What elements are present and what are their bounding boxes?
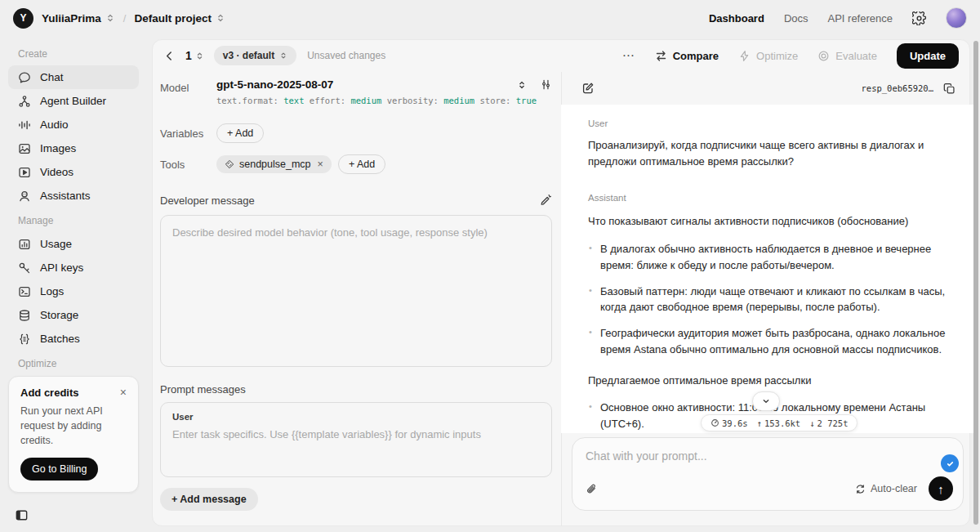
sidebar-item-images[interactable]: Images [8,136,139,160]
back-chevron-icon[interactable] [163,50,176,62]
more-options-icon[interactable]: ⋯ [622,48,635,63]
braces-icon [18,333,31,346]
conversation-panel[interactable]: User Проанализируй, когда подписчики чащ… [561,105,974,433]
response-time: 39.6s [722,418,748,428]
add-tool-button[interactable]: + Add [338,154,385,174]
top-nav-links: Dashboard Docs API reference [709,7,967,29]
optimize-label: Optimize [756,50,798,62]
assistant-heading: Предлагаемое оптимальное время рассылки [588,373,956,389]
preset-label: v3 · default [223,50,274,61]
sidebar-item-label: API keys [40,262,83,274]
refresh-icon [855,484,866,494]
add-message-button[interactable]: + Add message [160,488,258,511]
chat-prompt-input[interactable] [586,449,937,463]
nav-api-reference[interactable]: API reference [828,12,893,25]
approved-check-badge[interactable] [941,454,959,472]
arrow-up-icon: ↑ [757,418,762,428]
sidebar-item-label: Batches [40,333,80,345]
sidebar-item-label: Videos [40,166,74,178]
waveform-icon [18,118,31,132]
developer-message-input[interactable] [160,215,552,367]
sidebar-item-agent-builder[interactable]: Agent Builder [8,89,139,113]
sidebar-item-assistants[interactable]: Assistants [8,184,139,208]
prompt-message-input[interactable] [172,428,540,440]
sidebar-item-logs[interactable]: Logs [8,279,139,303]
arrow-down-icon: ↓ [809,418,814,428]
assistant-face-icon [18,190,31,203]
update-button[interactable]: Update [897,43,959,69]
nav-dashboard[interactable]: Dashboard [709,12,764,25]
compare-button[interactable]: Compare [655,50,719,62]
scrollbar[interactable] [973,41,978,525]
mcp-tool-icon [225,159,234,169]
preset-selector[interactable]: v3 · default [214,46,296,65]
chevron-down-icon [761,396,771,406]
send-button[interactable]: ↑ [929,476,953,501]
collapse-sidebar-icon[interactable] [15,508,29,522]
credits-title: Add credits [20,387,79,399]
sidebar-item-audio[interactable]: Audio [8,113,139,136]
message-role-user: User [588,117,937,131]
chevron-updown-icon[interactable] [216,12,225,24]
add-variable-button[interactable]: + Add [216,123,264,143]
remove-tool-icon[interactable]: × [318,159,323,170]
prompt-message-card: User [160,402,552,477]
developer-message-label: Developer message [160,194,255,207]
sidebar-item-api-keys[interactable]: API keys [8,256,139,279]
model-selector[interactable]: gpt-5-nano-2025-08-07 [216,78,333,91]
sidebar-item-label: Audio [40,118,69,131]
close-icon[interactable]: × [120,387,127,398]
sidebar-item-batches[interactable]: Batches [8,327,139,351]
tool-chip-sendpulse-mcp[interactable]: sendpulse_mcp × [216,155,332,173]
new-chat-compose-icon[interactable] [581,82,595,95]
sidebar-item-label: Chat [40,71,64,83]
optimize-button[interactable]: Optimize [738,50,798,62]
add-credits-card: Add credits × Run your next API request … [8,376,139,493]
check-icon [945,458,956,469]
sidebar-item-storage[interactable]: Storage [8,303,139,327]
user-avatar[interactable] [946,7,967,29]
evaluate-label: Evaluate [835,50,877,62]
sidebar-item-label: Storage [40,309,78,321]
lightning-icon [738,50,751,62]
sidebar-item-chat[interactable]: Chat [8,65,139,89]
sidebar-item-videos[interactable]: Videos [8,160,139,184]
top-header: Y YuliiaPrima / Default project Dashboar… [0,0,980,36]
project-switcher[interactable]: Default project [134,12,212,25]
list-item: Базовый паттерн: люди чаще отвечают и кл… [588,284,951,316]
response-id[interactable]: resp_0eb65920… [861,83,933,93]
chat-input-box: Auto-clear ↑ [572,437,964,511]
org-avatar[interactable]: Y [13,8,33,29]
evaluate-button[interactable]: Evaluate [817,50,877,62]
model-settings-sliders-icon[interactable] [540,78,552,91]
auto-clear-toggle[interactable]: Auto-clear [855,483,917,494]
sidebar-item-label: Agent Builder [40,95,106,107]
tools-label: Tools [160,159,216,171]
prompt-config: Model gpt-5-nano-2025-08-07 text.format:… [160,72,552,511]
agent-nodes-icon [18,95,31,108]
chevron-updown-icon [279,51,287,60]
sidebar-section-create: Create [8,41,139,65]
go-to-billing-button[interactable]: Go to Billing [20,458,98,481]
model-stepper-icon[interactable] [517,79,527,91]
copy-icon[interactable] [943,83,956,95]
org-switcher[interactable]: YuliiaPrima [42,12,101,25]
nav-docs[interactable]: Docs [784,12,808,25]
sidebar-section-manage: Manage [8,208,139,232]
version-stepper-icon[interactable] [195,51,204,61]
message-role-assistant: Assistant [588,191,937,205]
evaluate-dial-icon [817,50,830,62]
auto-clear-label: Auto-clear [871,483,917,494]
playground-app: Y YuliiaPrima / Default project Dashboar… [0,0,980,532]
gear-icon[interactable] [912,11,926,25]
sidebar-item-usage[interactable]: Usage [8,232,139,256]
version-number: 1 [185,49,192,62]
chevron-updown-icon[interactable] [105,12,115,24]
attachment-paperclip-icon[interactable] [586,483,598,495]
terminal-icon [18,285,31,298]
generate-pencil-icon[interactable] [539,194,552,207]
scroll-to-bottom-button[interactable] [752,391,780,411]
bar-chart-icon [18,238,31,251]
latency-gauge-icon [710,418,719,427]
response-stats-pill[interactable]: 39.6s ↑ 153.6kt ↓ 2 725t [701,414,858,431]
